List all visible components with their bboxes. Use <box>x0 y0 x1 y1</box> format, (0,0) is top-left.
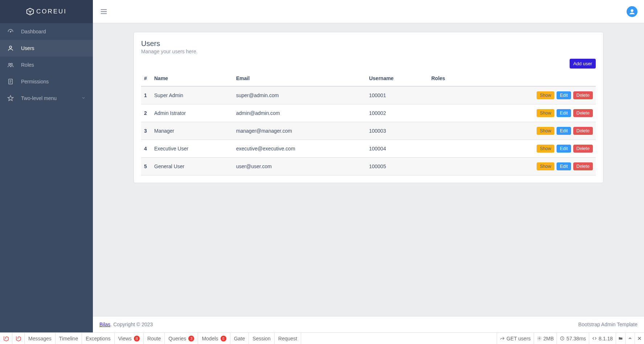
debugbar-status-memory[interactable]: 2MB <box>534 333 557 344</box>
debugbar: Messages Timeline Exceptions Views8 Rout… <box>0 332 644 344</box>
debugbar-tab-gate[interactable]: Gate <box>230 333 249 344</box>
users-table: # Name Email Username Roles 1Super Admin… <box>141 71 596 175</box>
edit-button[interactable]: Edit <box>557 127 571 135</box>
debugbar-folder-button[interactable] <box>616 333 625 344</box>
show-button[interactable]: Show <box>537 109 554 117</box>
sidebar-item-label: Users <box>21 45 34 51</box>
debugbar-tab-queries[interactable]: Queries3 <box>165 333 198 344</box>
svg-point-2 <box>10 32 11 32</box>
notes-icon <box>7 78 14 85</box>
badge: 8 <box>134 336 140 341</box>
debugbar-tab-models[interactable]: Models6 <box>198 333 230 344</box>
debugbar-close-button[interactable] <box>635 333 644 344</box>
menu-toggle-button[interactable] <box>99 7 108 16</box>
debugbar-tab-messages[interactable]: Messages <box>25 333 56 344</box>
menu-icon <box>100 8 108 16</box>
show-button[interactable]: Show <box>537 145 554 153</box>
chevron-down-icon <box>81 95 86 101</box>
delete-button[interactable]: Delete <box>573 109 593 117</box>
main: Users Manage your users here. Add user #… <box>93 0 644 332</box>
debugbar-tab-session[interactable]: Session <box>249 333 275 344</box>
header <box>93 0 644 23</box>
user-icon <box>7 45 14 51</box>
svg-point-3 <box>9 46 12 48</box>
svg-point-15 <box>631 9 633 12</box>
col-username: Username <box>366 71 428 86</box>
gear-icon <box>537 336 542 341</box>
cell-num: 5 <box>141 158 151 175</box>
sidebar-item-label: Two-level menu <box>21 95 57 101</box>
people-icon <box>7 62 14 68</box>
svg-marker-10 <box>8 96 13 101</box>
delete-button[interactable]: Delete <box>573 127 593 135</box>
debugbar-tab-timeline[interactable]: Timeline <box>56 333 82 344</box>
sidebar-item-users[interactable]: Users <box>0 40 93 57</box>
debugbar-tab-exceptions[interactable]: Exceptions <box>82 333 114 344</box>
edit-button[interactable]: Edit <box>557 145 571 153</box>
badge: 6 <box>221 336 226 341</box>
edit-button[interactable]: Edit <box>557 109 571 117</box>
cell-name: Executive User <box>151 140 233 158</box>
cell-name: General User <box>151 158 233 175</box>
footer: Bilas. Copyright © 2023 Bootstrap Admin … <box>93 316 644 332</box>
footer-copyright: . Copyright © 2023 <box>110 322 153 327</box>
show-button[interactable]: Show <box>537 127 554 135</box>
user-avatar[interactable] <box>627 6 637 17</box>
laravel-icon[interactable] <box>12 333 25 344</box>
speedometer-icon <box>7 28 14 35</box>
debugbar-status-time[interactable]: 57.38ms <box>557 333 589 344</box>
add-user-button[interactable]: Add user <box>570 59 596 69</box>
cell-num: 3 <box>141 122 151 140</box>
folder-icon <box>618 336 623 341</box>
cell-username: 100001 <box>366 86 428 104</box>
brand[interactable]: COREUI <box>0 0 93 23</box>
debugbar-tab-request[interactable]: Request <box>275 333 301 344</box>
cell-name: Super Admin <box>151 86 233 104</box>
cell-username: 100005 <box>366 158 428 175</box>
cell-actions: ShowEditDelete <box>469 86 596 104</box>
clock-icon <box>560 336 565 341</box>
col-num: # <box>141 71 151 86</box>
edit-button[interactable]: Edit <box>557 162 571 170</box>
cell-username: 100004 <box>366 140 428 158</box>
cell-num: 2 <box>141 104 151 122</box>
col-email: Email <box>233 71 366 86</box>
cell-roles <box>428 140 469 158</box>
cell-actions: ShowEditDelete <box>469 104 596 122</box>
sidebar-item-dashboard[interactable]: Dashboard <box>0 23 93 40</box>
sidebar-item-roles[interactable]: Roles <box>0 57 93 73</box>
table-row: 5General Useruser@user.com100005ShowEdit… <box>141 158 596 175</box>
show-button[interactable]: Show <box>537 91 554 99</box>
debugbar-status-request[interactable]: GET users <box>497 333 534 344</box>
cell-roles <box>428 122 469 140</box>
sidebar-item-two-level-menu[interactable]: Two-level menu <box>0 90 93 107</box>
cell-roles <box>428 104 469 122</box>
debugbar-tab-route[interactable]: Route <box>144 333 165 344</box>
cell-email: manager@manager.com <box>233 122 366 140</box>
footer-link[interactable]: Bilas <box>99 322 110 327</box>
svg-point-5 <box>11 63 13 65</box>
table-header-row: # Name Email Username Roles <box>141 71 596 86</box>
cell-email: executive@executive.com <box>233 140 366 158</box>
delete-button[interactable]: Delete <box>573 91 593 99</box>
debugbar-status-version[interactable]: 8.1.18 <box>589 333 616 344</box>
col-name: Name <box>151 71 233 86</box>
cell-roles <box>428 86 469 104</box>
debugbar-tab-views[interactable]: Views8 <box>115 333 144 344</box>
delete-button[interactable]: Delete <box>573 162 593 170</box>
brand-logo-icon <box>26 8 34 16</box>
table-row: 1Super Adminsuper@admin.com100001ShowEdi… <box>141 86 596 104</box>
avatar-icon <box>628 8 636 16</box>
chevron-up-icon <box>628 336 632 341</box>
edit-button[interactable]: Edit <box>557 91 571 99</box>
laravel-icon[interactable] <box>0 333 12 344</box>
debugbar-collapse-button[interactable] <box>625 333 635 344</box>
delete-button[interactable]: Delete <box>573 145 593 153</box>
share-icon <box>500 336 505 341</box>
show-button[interactable]: Show <box>537 162 554 170</box>
cell-email: admin@admin.com <box>233 104 366 122</box>
sidebar-item-label: Permissions <box>21 79 49 84</box>
cell-email: super@admin.com <box>233 86 366 104</box>
brand-text: COREUI <box>36 8 67 15</box>
sidebar-item-permissions[interactable]: Permissions <box>0 73 93 90</box>
